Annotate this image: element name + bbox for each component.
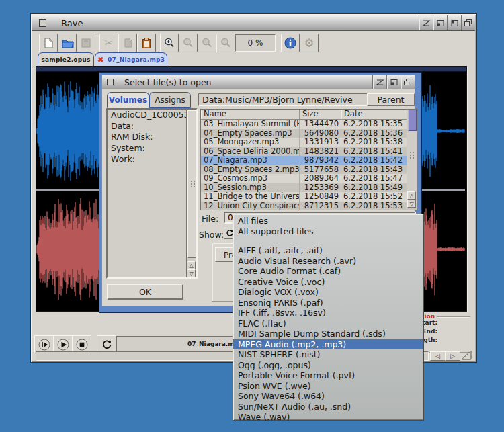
table-row[interactable]: 08_Empty Spaces 2.mp351776586.2.2018 15:… <box>201 165 417 175</box>
volume-item[interactable]: Work: <box>108 154 187 165</box>
main-titlebar[interactable]: Rave <box>32 15 475 31</box>
zoom-in-button[interactable] <box>160 34 179 52</box>
tab-volumes[interactable]: Volumes <box>107 92 149 108</box>
zoom-out-button[interactable] <box>179 34 198 52</box>
table-row[interactable]: 07_Niagara.mp398793426.2.2018 15:42 <box>201 156 417 165</box>
zoom-all-button[interactable] <box>216 34 235 52</box>
cell-name: 04_Empty Spaces.mp3 <box>201 129 300 138</box>
tab-label: Assigns <box>155 95 185 105</box>
menu-item[interactable]: Dialogic VOX (.vox) <box>233 287 423 298</box>
cell-date: 6.2.2018 15:35 <box>341 120 406 129</box>
paste-button[interactable] <box>137 34 156 52</box>
resize-gadget-icon[interactable] <box>461 350 472 360</box>
open-file-button[interactable] <box>58 34 77 52</box>
column-size[interactable]: Size <box>300 110 341 119</box>
menu-item[interactable]: Ensoniq PARIS (.paf) <box>233 298 423 308</box>
path-field[interactable]: Data:Music/MP3/Bjorn Lynne/Revive <box>198 93 372 106</box>
table-row[interactable]: 05_Moongazer.mp313319136.2.2018 15:38 <box>201 138 417 147</box>
scroll-down-button[interactable]: ▽ <box>407 200 416 208</box>
volume-item[interactable]: RAM Disk: <box>108 132 187 143</box>
table-row[interactable]: 10_Session.mp312533696.2.2018 15:49 <box>201 183 417 193</box>
scroll-up-button[interactable]: △ <box>187 261 196 269</box>
menu-item[interactable]: NIST SPHERE (.nist) <box>233 349 423 360</box>
menu-item[interactable]: IFF (.iff, .8svx, .16sv) <box>233 308 423 318</box>
jump-gadget-icon[interactable] <box>433 15 447 30</box>
zoom-gadget-icon[interactable] <box>447 15 461 30</box>
menu-item[interactable]: Core Audio Format (.caf) <box>233 266 423 277</box>
copy-icon <box>122 37 134 49</box>
cell-name: 07_Niagara.mp3 <box>201 156 300 165</box>
dialog-close-gadget-icon[interactable] <box>107 79 114 85</box>
menu-item[interactable]: Sony Wave64 (.w64) <box>233 391 423 402</box>
menu-item[interactable]: All supported files <box>233 226 423 237</box>
menu-item[interactable]: Sun/NeXT Audio (.au, .snd) <box>233 402 423 413</box>
volume-scrollbar[interactable]: △ ▽ <box>186 110 196 277</box>
menu-item[interactable]: MPEG Audio (.mp2, .mp3) <box>233 339 423 350</box>
table-row[interactable]: 04_Empty Spaces.mp356490806.2.2018 15:36 <box>201 129 417 138</box>
menu-item[interactable]: AIFF (.aiff, .aifc, .aif) <box>233 245 423 256</box>
volume-item[interactable]: Data: <box>108 121 187 132</box>
scrollbar-thumb[interactable] <box>408 110 417 131</box>
settings-button[interactable]: ⚙ <box>300 34 319 52</box>
parent-button[interactable]: Parent <box>367 93 415 106</box>
cell-name: 05_Moongazer.mp3 <box>201 138 300 147</box>
cell-size: 9879342 <box>300 156 341 165</box>
volume-item[interactable]: System: <box>108 143 187 155</box>
play-button[interactable] <box>53 335 73 353</box>
menu-item[interactable]: MIDI Sample Dump Standard (.sds) <box>233 329 423 339</box>
cell-size: 8712315 <box>300 202 341 211</box>
volume-item[interactable]: AudioCD_1C00053 <box>108 110 187 121</box>
cut-button[interactable]: ✂ <box>99 34 118 52</box>
menu-item[interactable]: Portable Voice Format (.pvf) <box>233 370 423 381</box>
menu-item[interactable]: All files <box>233 216 423 226</box>
file-list-header[interactable]: Name Size Date <box>201 110 417 120</box>
depth-gadget-icon[interactable] <box>401 75 415 89</box>
zoom-selection-button[interactable] <box>198 34 216 52</box>
table-row[interactable]: 03_Himalayan Summit (Hig13444706.2.2018 … <box>201 120 417 129</box>
cell-name: 11_Bridge to the Universe <box>201 192 300 202</box>
scroll-left-button[interactable]: ◁ <box>430 351 446 361</box>
ok-button[interactable]: OK <box>107 284 183 300</box>
tab-sample2[interactable]: sample2.opus <box>38 52 94 67</box>
scroll-down-button[interactable]: ▽ <box>187 269 196 277</box>
position-bar[interactable] <box>36 67 466 72</box>
stop-button[interactable] <box>72 335 91 353</box>
menu-item[interactable]: Wave (.wav) <box>233 412 423 423</box>
menu-item[interactable]: Psion WVE (.wve) <box>233 381 423 392</box>
scrollbar-thumb[interactable] <box>187 110 196 258</box>
scroll-right-button[interactable]: ▷ <box>445 351 460 361</box>
file-list-scrollbar[interactable]: △ ▽ <box>407 110 417 208</box>
save-file-button[interactable] <box>77 34 95 52</box>
menu-item[interactable]: Audio Visual Research (.avr) <box>233 256 423 267</box>
new-file-button[interactable] <box>39 34 58 52</box>
iconify-gadget-icon[interactable] <box>419 15 433 30</box>
table-row[interactable]: 06_Space Deliria 2000.mp14838216.2.2018 … <box>201 147 417 157</box>
dialog-titlebar[interactable]: Select file(s) to open <box>102 75 415 89</box>
scroll-up-button[interactable]: △ <box>407 191 416 200</box>
gear-icon: ⚙ <box>304 38 314 49</box>
file-list: Name Size Date 03_Himalayan Summit (Hig1… <box>200 109 417 210</box>
table-row[interactable]: 09_Cosmos.mp320893646.2.2018 15:47 <box>201 174 417 183</box>
open-folder-icon <box>61 37 74 49</box>
cell-size: 2089364 <box>300 174 341 183</box>
tab-assigns[interactable]: Assigns <box>149 92 191 108</box>
menu-item[interactable]: Creative Voice (.voc) <box>233 277 423 288</box>
play-from-start-icon <box>38 339 50 351</box>
close-tab-icon[interactable]: ✖ <box>97 55 104 64</box>
menu-item[interactable]: Ogg (.ogg, .opus) <box>233 360 423 371</box>
table-row[interactable]: 11_Bridge to the Universe12508496.2.2018… <box>201 192 417 202</box>
zoom-gadget-icon[interactable] <box>386 75 401 89</box>
play-from-start-button[interactable] <box>34 335 54 353</box>
column-name[interactable]: Name <box>201 110 300 119</box>
copy-button[interactable] <box>118 34 137 52</box>
close-gadget-icon[interactable] <box>39 19 46 27</box>
menu-item[interactable]: FLAC (.flac) <box>233 318 423 329</box>
table-row[interactable]: 12_Union City Conspiracy [87123156.2.201… <box>201 202 417 211</box>
iconify-gadget-icon[interactable] <box>372 75 386 89</box>
save-icon <box>80 37 92 49</box>
tab-niagara[interactable]: ✖ 07_Niagara.mp3 <box>95 52 167 67</box>
depth-gadget-icon[interactable] <box>461 15 475 30</box>
loop-button[interactable] <box>97 335 116 353</box>
info-button[interactable] <box>281 34 300 52</box>
column-date[interactable]: Date <box>341 110 406 119</box>
